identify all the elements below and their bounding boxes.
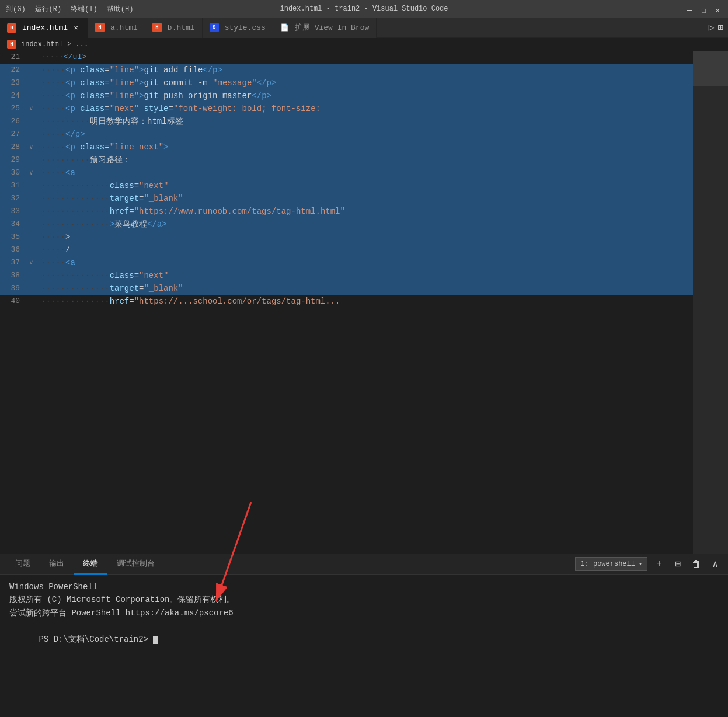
minimap-content [693, 51, 728, 554]
table-row: 28 ∨ ····· <p class="line next" > [0, 141, 693, 154]
editor-area: 21 ·····</ul> 22 ····· <p class="line" >… [0, 51, 728, 554]
tab-index-label: index.html [22, 23, 68, 32]
table-row: 39 ·············· target="_blank" [0, 282, 693, 295]
css-icon-style: S [210, 23, 219, 32]
table-row: 24 ····· <p class="line" > git push orig… [0, 89, 693, 102]
breadcrumb: H index.html > ... [0, 38, 728, 51]
chevron-down-icon: ▾ [639, 561, 642, 568]
table-row: 30 ∨ ····· <a [0, 166, 693, 179]
table-row: 27 ····· </p> [0, 128, 693, 141]
toolbar-right: ▷ ⊞ [709, 22, 728, 33]
titlebar-controls: — ☐ ✕ [687, 5, 722, 12]
bottom-panel: 问题 输出 终端 调试控制台 1: powershell ▾ + ⊟ 🗑 ∧ W… [0, 554, 728, 717]
breadcrumb-path: index.html > ... [21, 40, 88, 48]
file-icon-ext: 📄 [280, 23, 289, 32]
table-row: 32 ·············· target="_blank" [0, 192, 693, 205]
minimap [693, 51, 728, 554]
table-row: 25 ∨ ····· <p class="next" style="font-w… [0, 102, 693, 115]
close-panel-button[interactable]: ∧ [708, 557, 722, 571]
table-row: 38 ·············· class="next" [0, 269, 693, 282]
table-row: 33 ·············· href="https://www.runo… [0, 205, 693, 218]
tabbar: H index.html ✕ H a.html H b.html S style… [0, 18, 728, 38]
terminal-cursor [153, 636, 158, 644]
table-row: 37 ∨ ····· <a [0, 256, 693, 269]
panel-tab-debug-console[interactable]: 调试控制台 [107, 554, 164, 575]
table-row: 31 ·············· class="next" [0, 179, 693, 192]
titlebar: 到(G) 运行(R) 终端(T) 帮助(H) index.html - trai… [0, 0, 728, 18]
tab-view-in-browser[interactable]: 📄 扩展 View In Brow [273, 18, 377, 38]
tab-a-html[interactable]: H a.html [88, 18, 145, 38]
panel-controls: 1: powershell ▾ + ⊟ 🗑 ∧ [575, 557, 722, 571]
tab-style-label: style.css [225, 23, 266, 32]
menu-run[interactable]: 运行(R) [35, 4, 62, 14]
titlebar-menus: 到(G) 运行(R) 终端(T) 帮助(H) [6, 4, 133, 14]
panel-tab-problems[interactable]: 问题 [6, 554, 40, 575]
tab-b-label: b.html [168, 23, 195, 32]
terminal-label: 1: powershell [580, 560, 635, 568]
breadcrumb-icon: H [7, 40, 16, 49]
tab-style-css[interactable]: S style.css [203, 18, 273, 38]
table-row: 26 ·········· 明日教学内容：html标签 [0, 115, 693, 128]
table-row: 21 ·····</ul> [0, 51, 693, 64]
menu-help[interactable]: 帮助(H) [107, 4, 134, 14]
panel-tab-terminal[interactable]: 终端 [74, 554, 107, 575]
menu-goto[interactable]: 到(G) [6, 4, 26, 14]
terminal-dropdown[interactable]: 1: powershell ▾ [575, 557, 647, 571]
panel-tab-output[interactable]: 输出 [40, 554, 74, 575]
terminal-line-6: PS D:\文档\Code\train2> [9, 619, 719, 659]
html-icon-b: H [152, 23, 162, 32]
tab-ext-label: 扩展 View In Brow [295, 22, 369, 33]
split-terminal-button[interactable]: ⊟ [671, 557, 685, 571]
html-icon-index: H [7, 23, 16, 33]
maximize-button[interactable]: ☐ [701, 5, 708, 12]
table-row: 36 ····· / [0, 243, 693, 256]
table-row: 40 ·············· href="https://...schoo… [0, 295, 693, 308]
close-button[interactable]: ✕ [715, 5, 722, 12]
layout-icon[interactable]: ⊞ [717, 22, 723, 33]
delete-terminal-button[interactable]: 🗑 [689, 557, 703, 571]
minimize-button[interactable]: — [687, 5, 694, 12]
terminal-content[interactable]: Windows PowerShell 版权所有 (C) Microsoft Co… [0, 575, 728, 717]
terminal-line-1: Windows PowerShell [9, 580, 719, 593]
tab-a-label: a.html [110, 23, 138, 32]
table-row: 29 ·········· 预习路径： [0, 154, 693, 166]
tab-index-html[interactable]: H index.html ✕ [0, 18, 88, 38]
tab-index-close[interactable]: ✕ [71, 23, 81, 33]
table-row: 34 ·············· > 菜鸟教程 </a> [0, 218, 693, 231]
panel-tabs: 问题 输出 终端 调试控制台 1: powershell ▾ + ⊟ 🗑 ∧ [0, 554, 728, 575]
terminal-line-2: 版权所有 (C) Microsoft Corporation。保留所有权利。 [9, 593, 719, 606]
code-editor[interactable]: 21 ·····</ul> 22 ····· <p class="line" >… [0, 51, 693, 554]
table-row: 23 ····· <p class="line" > git commit -m… [0, 76, 693, 89]
table-row: 22 ····· <p class="line" > git add file … [0, 64, 693, 76]
menu-terminal[interactable]: 终端(T) [71, 4, 97, 14]
titlebar-title: index.html - train2 - Visual Studio Code [280, 5, 448, 13]
add-terminal-button[interactable]: + [652, 557, 666, 571]
html-icon-a: H [95, 23, 105, 32]
run-icon[interactable]: ▷ [709, 22, 715, 33]
minimap-highlight [693, 51, 728, 86]
code-lines: 21 ·····</ul> 22 ····· <p class="line" >… [0, 51, 693, 308]
table-row: 35 ····· > [0, 231, 693, 243]
tab-b-html[interactable]: H b.html [145, 18, 203, 38]
editor-with-minimap: 21 ·····</ul> 22 ····· <p class="line" >… [0, 51, 728, 554]
terminal-line-4: 尝试新的跨平台 PowerShell https://aka.ms/pscore… [9, 607, 719, 619]
